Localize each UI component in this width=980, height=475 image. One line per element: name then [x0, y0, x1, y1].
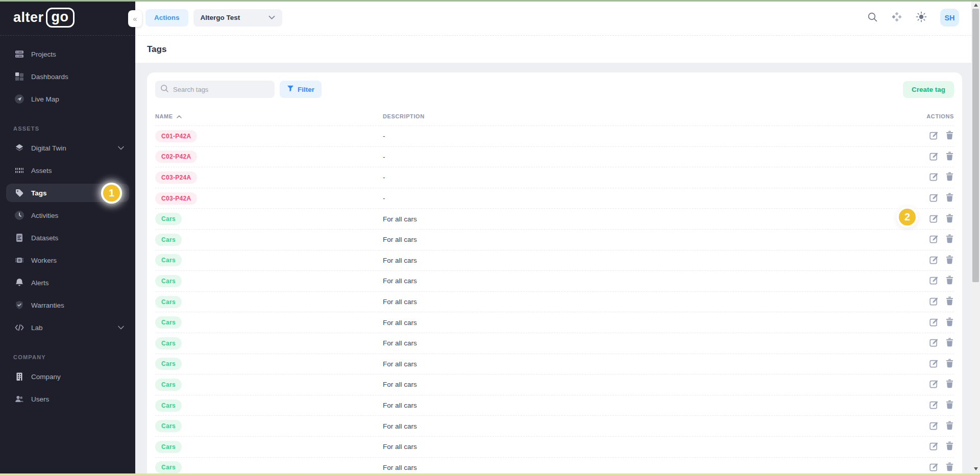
- delete-tag-button[interactable]: [945, 379, 954, 390]
- sidebar-item-assets[interactable]: Assets: [6, 161, 129, 180]
- table-row: Cars For all cars: [155, 374, 954, 395]
- edit-tag-button[interactable]: [929, 276, 939, 286]
- tag-pill: Cars: [155, 337, 182, 349]
- delete-tag-button[interactable]: [945, 234, 954, 245]
- edit-tag-button[interactable]: [929, 131, 939, 141]
- live-map-icon: [14, 94, 24, 104]
- edit-tag-button[interactable]: [929, 441, 939, 452]
- delete-tag-button[interactable]: [945, 296, 954, 307]
- sidebar-item-alerts[interactable]: Alerts: [6, 273, 129, 292]
- delete-tag-button[interactable]: [945, 152, 954, 162]
- edit-icon: [929, 462, 939, 473]
- table-row: Cars For all cars: [155, 270, 954, 291]
- edit-icon: [929, 193, 939, 204]
- edit-tag-button[interactable]: [929, 359, 939, 369]
- trash-icon: [945, 400, 954, 411]
- edit-tag-button[interactable]: [929, 172, 939, 183]
- edit-tag-button[interactable]: [929, 193, 939, 204]
- user-avatar[interactable]: SH: [940, 9, 959, 27]
- sidebar-item-projects[interactable]: Projects: [6, 45, 129, 63]
- sidebar-item-warranties[interactable]: Warranties: [6, 296, 129, 314]
- tag-pill: C03-P24A: [155, 171, 197, 184]
- delete-tag-button[interactable]: [945, 400, 954, 411]
- apps-button[interactable]: [891, 11, 902, 24]
- edit-tag-button[interactable]: [929, 400, 939, 411]
- edit-tag-button[interactable]: [929, 462, 939, 473]
- edit-tag-button[interactable]: [929, 255, 939, 266]
- delete-tag-button[interactable]: [945, 172, 954, 183]
- delete-tag-button[interactable]: [945, 359, 954, 369]
- sidebar-item-activities[interactable]: Activities: [6, 206, 129, 224]
- delete-tag-button[interactable]: [945, 276, 954, 286]
- sidebar-item-digital-twin[interactable]: Digital Twin: [6, 139, 129, 157]
- filter-button[interactable]: Filter: [280, 81, 322, 98]
- delete-tag-button[interactable]: [945, 441, 954, 452]
- sidebar-item-lab[interactable]: Lab: [6, 318, 129, 337]
- edit-icon: [929, 400, 939, 411]
- table-header: NAME DESCRIPTION ACTIONS: [155, 107, 954, 126]
- global-search-button[interactable]: [867, 12, 878, 24]
- actions-button[interactable]: Actions: [145, 9, 188, 27]
- workspace-selector[interactable]: Altergo Test: [193, 9, 282, 27]
- sidebar-item-label: Datasets: [31, 234, 58, 242]
- scrollbar-up-arrow[interactable]: [971, 1, 980, 9]
- sidebar-item-label: Projects: [31, 51, 56, 58]
- sidebar-item-dashboards[interactable]: Dashboards: [6, 67, 129, 86]
- edit-tag-button[interactable]: [929, 234, 939, 245]
- table-row: Cars For all cars: [155, 229, 954, 250]
- scrollbar-thumb[interactable]: [972, 9, 979, 282]
- sun-icon: [916, 11, 927, 24]
- scrollbar-down-arrow[interactable]: [971, 465, 980, 473]
- table-row: Cars For all cars: [155, 208, 954, 229]
- logo-boxed-text: go: [46, 8, 75, 28]
- edit-tag-button[interactable]: [929, 379, 939, 390]
- delete-tag-button[interactable]: [945, 193, 954, 204]
- table-row: C02-P42A -: [155, 146, 954, 167]
- edit-tag-button[interactable]: [929, 317, 939, 328]
- dashboards-icon: [14, 71, 24, 82]
- delete-tag-button[interactable]: [945, 255, 954, 266]
- sidebar-item-users[interactable]: Users: [6, 390, 129, 408]
- activities-icon: [14, 210, 24, 220]
- delete-tag-button[interactable]: [945, 131, 954, 141]
- delete-tag-button[interactable]: [945, 338, 954, 348]
- trash-icon: [945, 379, 954, 390]
- create-tag-button[interactable]: Create tag: [903, 81, 954, 98]
- search-tags-input[interactable]: [173, 86, 270, 93]
- tag-description: For all cars: [383, 277, 893, 285]
- vertical-scrollbar[interactable]: [971, 0, 980, 475]
- delete-tag-button[interactable]: [945, 214, 954, 224]
- sidebar-item-workers[interactable]: Workers: [6, 251, 129, 269]
- delete-tag-button[interactable]: [945, 462, 954, 473]
- workspace-selector-value: Altergo Test: [201, 14, 240, 21]
- column-header-name[interactable]: NAME: [155, 113, 383, 119]
- theme-toggle-button[interactable]: [916, 11, 927, 24]
- content-area: Filter Create tag NAME DESCRIPTION ACTIO…: [135, 63, 971, 475]
- annotation-badge-2: 2: [897, 207, 918, 228]
- delete-tag-button[interactable]: [945, 421, 954, 432]
- sidebar-section-company: COMPANY: [6, 341, 129, 367]
- edit-icon: [929, 359, 939, 369]
- sidebar-item-live-map[interactable]: Live Map: [6, 90, 129, 108]
- sidebar-item-company[interactable]: Company: [6, 367, 129, 386]
- workers-icon: [14, 255, 24, 265]
- sidebar-item-datasets[interactable]: Datasets: [6, 229, 129, 247]
- tag-description: -: [383, 132, 893, 140]
- tag-pill: C02-P42A: [155, 151, 197, 163]
- edit-tag-button[interactable]: [929, 152, 939, 162]
- tag-table-body: C01-P42A - C02-P42A -: [155, 126, 954, 475]
- trash-icon: [945, 172, 954, 183]
- table-row: Cars For all cars: [155, 415, 954, 436]
- edit-tag-button[interactable]: [929, 214, 939, 224]
- sidebar-item-label: Alerts: [31, 279, 49, 287]
- tag-pill: Cars: [155, 213, 182, 225]
- edit-tag-button[interactable]: [929, 296, 939, 307]
- delete-tag-button[interactable]: [945, 317, 954, 328]
- sidebar-collapse-button[interactable]: «: [128, 10, 142, 27]
- edit-icon: [929, 234, 939, 245]
- tag-description: For all cars: [383, 443, 893, 451]
- tag-pill: Cars: [155, 275, 182, 287]
- edit-tag-button[interactable]: [929, 421, 939, 432]
- edit-tag-button[interactable]: [929, 338, 939, 348]
- lab-icon: [14, 322, 24, 333]
